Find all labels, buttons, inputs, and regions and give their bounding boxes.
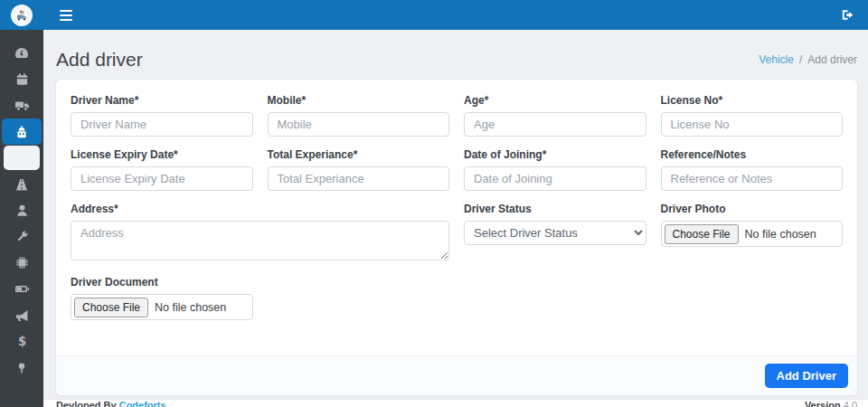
breadcrumb: Vehicle / Add driver	[759, 53, 857, 66]
top-navbar	[0, 0, 868, 30]
app-logo[interactable]	[0, 0, 43, 30]
field-age: Age*	[464, 94, 646, 137]
breadcrumb-current: Add driver	[807, 53, 857, 66]
logout-button[interactable]	[840, 7, 855, 23]
license-no-input[interactable]	[661, 112, 844, 137]
reference-notes-input[interactable]	[661, 166, 844, 191]
truck-logo-glyph	[14, 8, 29, 23]
driver-icon	[14, 124, 30, 140]
total-experiance-input[interactable]	[268, 166, 450, 191]
driver-document-label: Driver Document	[71, 276, 253, 289]
sidebar-item-blank[interactable]	[2, 145, 42, 171]
menu-toggle-button[interactable]	[56, 6, 76, 24]
add-driver-card: Driver Name* Mobile* Age* License No*	[56, 80, 857, 395]
microchip-icon	[14, 255, 30, 270]
date-of-joining-label: Date of Joining*	[464, 148, 646, 161]
pin-icon	[14, 361, 29, 375]
sidebar-item-trips[interactable]	[2, 171, 42, 197]
driver-document-choose-file-button[interactable]: Choose File	[74, 298, 148, 317]
sidebar-item-announcements[interactable]	[2, 302, 42, 328]
field-date-of-joining: Date of Joining*	[464, 148, 646, 191]
driver-name-input[interactable]	[71, 112, 253, 137]
driver-document-file-input[interactable]: Choose File No file chosen	[71, 294, 253, 320]
user-icon	[14, 203, 30, 218]
svg-text:$: $	[17, 335, 25, 348]
page-footer: Devloped By Codeforts. Version 4.0	[43, 399, 868, 407]
card-footer: Add Driver	[56, 355, 857, 395]
sidebar-item-battery[interactable]	[2, 276, 42, 302]
app-logo-icon	[11, 5, 33, 26]
field-driver-name: Driver Name*	[71, 94, 253, 137]
mobile-input[interactable]	[268, 112, 450, 137]
field-address: Address*	[71, 203, 449, 264]
bullhorn-icon	[14, 308, 30, 324]
field-license-expiry: License Expiry Date*	[71, 148, 253, 191]
driver-photo-file-status: No file chosen	[745, 228, 816, 241]
age-label: Age*	[464, 94, 646, 107]
calendar-icon	[14, 71, 30, 87]
driver-photo-file-input[interactable]: Choose File No file chosen	[661, 221, 844, 247]
field-driver-document: Driver Document Choose File No file chos…	[71, 276, 253, 320]
sidebar-item-maintenance[interactable]	[2, 223, 42, 250]
developed-by-text: Devloped By	[56, 400, 117, 407]
tachometer-icon	[14, 45, 30, 62]
sidebar-item-drivers[interactable]	[2, 118, 42, 145]
driver-status-label: Driver Status	[464, 203, 646, 215]
app-window: $ Add driver Vehicle / Add driver	[0, 0, 868, 407]
sidebar-item-calendar[interactable]	[2, 66, 42, 92]
truck-icon	[14, 97, 31, 114]
content: Add driver Vehicle / Add driver Driver N…	[43, 30, 868, 399]
wrench-icon	[14, 229, 30, 244]
reference-notes-label: Reference/Notes	[661, 148, 844, 161]
driver-document-file-status: No file chosen	[155, 301, 226, 314]
driver-status-select[interactable]: Select Driver Status	[464, 221, 646, 245]
sign-out-icon	[840, 7, 855, 23]
driver-photo-choose-file-button[interactable]: Choose File	[665, 224, 739, 244]
footer-version: Version 4.0	[805, 400, 857, 407]
blank-tile	[4, 146, 40, 170]
address-textarea[interactable]	[71, 221, 449, 260]
version-value: 4.0	[844, 400, 857, 407]
footer-credit: Devloped By Codeforts.	[56, 400, 169, 407]
driver-photo-label: Driver Photo	[661, 203, 844, 215]
total-experiance-label: Total Experiance*	[268, 148, 450, 161]
breadcrumb-vehicle-link[interactable]: Vehicle	[759, 53, 794, 66]
battery-icon	[14, 280, 31, 298]
main-area: Add driver Vehicle / Add driver Driver N…	[43, 30, 868, 407]
field-reference-notes: Reference/Notes	[661, 148, 844, 191]
breadcrumb-separator: /	[799, 53, 802, 66]
sidebar-item-devices[interactable]	[2, 250, 42, 276]
road-icon	[14, 176, 30, 193]
age-input[interactable]	[464, 112, 646, 137]
sidebar-item-dashboard[interactable]	[2, 40, 42, 66]
date-of-joining-input[interactable]	[464, 166, 646, 191]
sidebar-item-vehicles[interactable]	[2, 92, 42, 118]
page-title: Add driver	[56, 49, 143, 71]
sidebar-item-expenses[interactable]: $	[2, 328, 42, 355]
add-driver-button[interactable]: Add Driver	[765, 364, 848, 388]
address-label: Address*	[71, 203, 449, 215]
license-expiry-label: License Expiry Date*	[71, 148, 253, 161]
license-no-label: License No*	[661, 94, 844, 107]
field-total-experiance: Total Experiance*	[268, 148, 450, 191]
sidebar-nav: $	[0, 30, 43, 407]
driver-name-label: Driver Name*	[71, 94, 253, 107]
field-driver-photo: Driver Photo Choose File No file chosen	[661, 203, 844, 264]
field-mobile: Mobile*	[268, 94, 450, 137]
version-label: Version	[805, 400, 841, 407]
mobile-label: Mobile*	[268, 94, 450, 107]
page-header: Add driver Vehicle / Add driver	[56, 40, 857, 80]
add-driver-form: Driver Name* Mobile* Age* License No*	[56, 80, 857, 355]
field-driver-status: Driver Status Select Driver Status	[464, 203, 646, 264]
field-license-no: License No*	[661, 94, 844, 137]
sidebar-item-tracking[interactable]	[2, 355, 42, 381]
hamburger-icon	[60, 10, 72, 12]
license-expiry-input[interactable]	[71, 166, 253, 191]
sidebar-item-users[interactable]	[2, 197, 42, 223]
codeforts-link[interactable]: Codeforts.	[119, 400, 169, 407]
dollar-icon: $	[14, 334, 30, 349]
